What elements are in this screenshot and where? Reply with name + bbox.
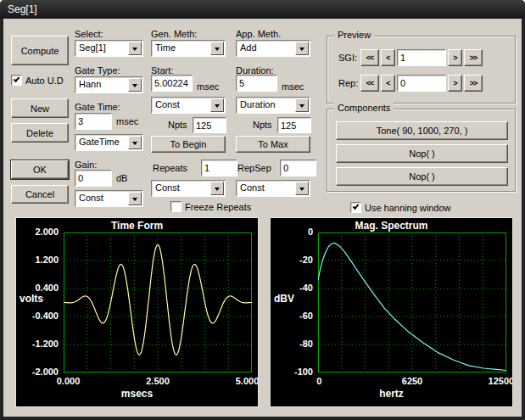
gate-time-input[interactable] <box>75 113 112 130</box>
combo-value: Const <box>79 193 103 203</box>
chevron-down-icon <box>132 48 137 53</box>
repeats-label: Repeats <box>153 163 187 173</box>
dropdown-button[interactable] <box>128 192 142 205</box>
repsep-input[interactable] <box>280 160 316 176</box>
dropdown-button[interactable] <box>295 182 309 195</box>
dropdown-button[interactable] <box>128 136 142 149</box>
sgi-prev-button[interactable]: < <box>381 49 395 66</box>
y-tick-label: -60 <box>271 311 313 321</box>
combo-value: Const <box>155 99 180 109</box>
y-tick-label: -100 <box>271 367 313 377</box>
freeze-repeats-checkbox[interactable] <box>170 201 182 212</box>
hanning-checkbox[interactable] <box>350 202 361 213</box>
repeats-input[interactable] <box>201 160 237 176</box>
start-mode-combo[interactable]: Const <box>151 97 226 114</box>
compute-button[interactable]: Compute <box>11 36 69 65</box>
gate-time-mode-combo[interactable]: GateTime <box>75 134 143 151</box>
x-tick-label: 6250 <box>402 376 422 386</box>
sgi-first-button[interactable]: << <box>360 49 379 66</box>
gate-type-label: Gate Type: <box>75 65 120 76</box>
chevron-down-icon <box>215 48 220 53</box>
start-input[interactable] <box>151 75 193 92</box>
components-group-title: Components <box>334 103 394 113</box>
y-tick-label: 0 <box>271 227 313 237</box>
freeze-repeats-label: Freeze Repeats <box>185 202 251 212</box>
dropdown-button[interactable] <box>210 42 224 55</box>
rep-value-input[interactable] <box>397 75 446 92</box>
repsep-mode-combo[interactable]: Const <box>236 180 310 197</box>
combo-value: GateTime <box>79 137 120 147</box>
y-tick-label: -0.400 <box>16 311 59 321</box>
npts-app-label: Npts <box>253 120 272 130</box>
combo-value: Hann <box>79 79 101 89</box>
x-axis-label: hertz <box>271 388 512 400</box>
gate-time-unit: msec <box>116 116 138 126</box>
dropdown-button[interactable] <box>128 78 142 92</box>
preview-group-title: Preview <box>334 30 374 40</box>
combo-value: Duration <box>240 99 276 109</box>
to-begin-button[interactable]: To Begin <box>151 136 226 153</box>
chevron-down-icon <box>215 188 220 193</box>
check-icon <box>353 203 360 210</box>
start-unit: msec <box>197 81 219 92</box>
duration-unit: msec <box>282 81 304 92</box>
dropdown-button[interactable] <box>210 182 224 195</box>
dropdown-button[interactable] <box>295 98 309 112</box>
duration-input[interactable] <box>236 75 277 92</box>
chevron-down-icon <box>132 84 137 90</box>
rep-last-button[interactable]: >> <box>464 75 483 92</box>
sgi-next-button[interactable]: > <box>448 49 462 66</box>
component-nop-button-2[interactable]: Nop( ) <box>336 167 508 186</box>
titlebar[interactable]: Seg[1] <box>0 0 525 19</box>
gain-label: Gain: <box>75 160 97 170</box>
mag-spectrum-plot <box>318 232 506 372</box>
components-group: Components Tone( 90, 1000, 270, ) Nop( )… <box>327 109 516 192</box>
y-tick-label: -80 <box>271 339 313 349</box>
auto-ud-checkbox[interactable] <box>11 75 22 86</box>
sgi-value-input[interactable] <box>397 49 446 66</box>
x-axis-label: msecs <box>16 388 258 400</box>
ok-button[interactable]: OK <box>11 160 69 179</box>
auto-ud-label: Auto U.D <box>25 76 64 86</box>
gain-mode-combo[interactable]: Const <box>75 190 143 207</box>
gain-input[interactable] <box>75 170 112 187</box>
y-tick-label: 1.200 <box>16 255 59 265</box>
gen-meth-label: Gen. Meth: <box>151 29 197 39</box>
rep-prev-button[interactable]: < <box>381 75 395 92</box>
dropdown-button[interactable] <box>210 98 224 112</box>
component-tone-button[interactable]: Tone( 90, 1000, 270, ) <box>336 121 508 140</box>
to-max-button[interactable]: To Max <box>236 136 310 153</box>
npts-gen-input[interactable] <box>193 117 226 133</box>
time-form-chart: Time Form volts msecs 2.0001.2000.400-0.… <box>15 217 259 407</box>
rep-next-button[interactable]: > <box>448 75 462 92</box>
gate-type-combo[interactable]: Hann <box>75 76 143 93</box>
npts-app-input[interactable] <box>277 117 311 133</box>
y-axis-label: volts <box>20 293 43 305</box>
x-tick-label: 0.000 <box>57 376 81 386</box>
sgi-last-button[interactable]: >> <box>464 49 483 66</box>
mag-spectrum-chart: Mag. Spectrum dBV hertz 0-20-40-60-80-10… <box>270 217 513 407</box>
select-label: Select: <box>75 29 103 39</box>
chevron-down-icon <box>132 198 137 204</box>
y-tick-label: -40 <box>271 283 313 293</box>
combo-value: Time <box>155 42 176 53</box>
time-form-plot <box>64 232 252 372</box>
gen-meth-combo[interactable]: Time <box>151 40 226 57</box>
combo-value: Add <box>240 42 257 53</box>
rep-label: Rep: <box>338 78 358 88</box>
select-combo[interactable]: Seg[1] <box>75 40 143 57</box>
cancel-button[interactable]: Cancel <box>11 185 69 204</box>
rep-first-button[interactable]: << <box>360 75 379 92</box>
dropdown-button[interactable] <box>128 42 142 55</box>
delete-button[interactable]: Delete <box>11 123 69 143</box>
repeats-mode-combo[interactable]: Const <box>151 180 226 197</box>
app-meth-combo[interactable]: Add <box>236 40 310 57</box>
repsep-label: RepSep <box>237 163 271 173</box>
new-button[interactable]: New <box>11 98 69 118</box>
dropdown-button[interactable] <box>295 42 309 55</box>
preview-group: Preview SGI: << < > >> Rep: << < > >> <box>327 36 516 104</box>
duration-mode-combo[interactable]: Duration <box>236 97 310 114</box>
y-tick-label: -1.200 <box>16 339 59 349</box>
component-nop-button-1[interactable]: Nop( ) <box>336 144 508 163</box>
chevron-down-icon <box>299 48 304 53</box>
